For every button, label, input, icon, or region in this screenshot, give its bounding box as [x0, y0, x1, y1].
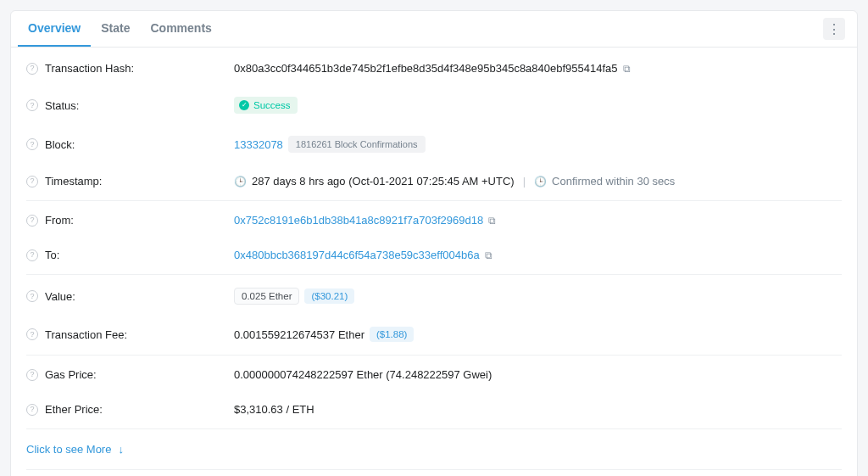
value-eth-pill: 0.025 Ether [234, 288, 299, 305]
status-text: Success [253, 100, 290, 110]
label-fee: Transaction Fee: [45, 328, 127, 341]
row-txhash: ? Transaction Hash: 0x80a3cc0f344651b3de… [26, 51, 842, 86]
to-address-link[interactable]: 0x480bbcb368197d44c6f54a738e59c33eff004b… [234, 249, 480, 261]
row-to: ? To: 0x480bbcb368197d44c6f54a738e59c33e… [26, 238, 842, 272]
copy-icon[interactable]: ⧉ [488, 215, 496, 227]
see-more-label: Click to see More [26, 443, 111, 456]
clock-icon: 🕒 [234, 176, 247, 188]
help-icon[interactable]: ? [26, 138, 38, 150]
check-icon: ✓ [239, 100, 249, 110]
clock-icon: 🕒 [534, 176, 547, 188]
label-block: Block: [45, 138, 75, 151]
gas-text: 0.000000074248222597 Ether (74.248222597… [234, 368, 492, 381]
copy-icon[interactable]: ⧉ [623, 63, 631, 75]
help-icon[interactable]: ? [26, 99, 38, 111]
confirmations-pill: 1816261 Block Confirmations [288, 136, 426, 153]
row-private-note: ? Private Note: Tip: A private note (up … [26, 472, 842, 476]
tab-state[interactable]: State [91, 11, 140, 47]
help-icon[interactable]: ? [26, 63, 38, 75]
help-icon[interactable]: ? [26, 328, 38, 340]
row-fee: ? Transaction Fee: 0.001559212674537 Eth… [26, 316, 842, 353]
help-icon[interactable]: ? [26, 249, 38, 261]
row-from: ? From: 0x752c8191e6b1db38b41a8c8921f7a7… [26, 203, 842, 238]
status-badge: ✓ Success [234, 97, 298, 114]
label-ethprice: Ether Price: [45, 403, 103, 416]
label-from: From: [45, 214, 74, 227]
value-txhash: 0x80a3cc0f344651b3de745b2f1efbe8d35d4f34… [234, 62, 618, 75]
see-more-toggle[interactable]: Click to see More ↓ [26, 431, 842, 468]
label-gas: Gas Price: [45, 368, 97, 381]
divider [26, 274, 842, 275]
tabs-bar: Overview State Comments ⋮ [11, 11, 857, 48]
help-icon[interactable]: ? [26, 369, 38, 381]
row-value: ? Value: 0.025 Ether ($30.21) [26, 277, 842, 316]
separator: | [520, 175, 529, 188]
divider [26, 355, 842, 356]
help-icon[interactable]: ? [26, 404, 38, 416]
label-value: Value: [45, 290, 75, 303]
tab-comments[interactable]: Comments [141, 11, 222, 47]
divider [26, 200, 842, 201]
row-ethprice: ? Ether Price: $3,310.63 / ETH [26, 392, 842, 427]
help-icon[interactable]: ? [26, 176, 38, 188]
label-txhash: Transaction Hash: [45, 62, 134, 75]
tab-overview[interactable]: Overview [18, 11, 91, 47]
chevron-down-icon: ↓ [118, 443, 124, 456]
row-gas: ? Gas Price: 0.000000074248222597 Ether … [26, 357, 842, 392]
help-icon[interactable]: ? [26, 215, 38, 227]
more-menu-button[interactable]: ⋮ [823, 18, 845, 40]
row-block: ? Block: 13332078 1816261 Block Confirma… [26, 125, 842, 164]
help-icon[interactable]: ? [26, 290, 38, 302]
value-usd-pill: ($30.21) [304, 288, 354, 304]
label-to: To: [45, 249, 59, 261]
copy-icon[interactable]: ⧉ [485, 249, 492, 261]
transaction-card: Overview State Comments ⋮ ? Transaction … [10, 10, 858, 476]
vertical-dots-icon: ⋮ [827, 21, 841, 37]
divider [26, 428, 842, 429]
fee-usd-pill: ($1.88) [370, 327, 414, 342]
ethprice-text: $3,310.63 / ETH [234, 403, 314, 416]
label-timestamp: Timestamp: [45, 175, 102, 188]
label-status: Status: [45, 99, 79, 112]
fee-eth-text: 0.001559212674537 Ether [234, 328, 364, 341]
from-address-link[interactable]: 0x752c8191e6b1db38b41a8c8921f7a703f2969d… [234, 214, 483, 227]
overview-panel: ? Transaction Hash: 0x80a3cc0f344651b3de… [11, 48, 857, 476]
row-status: ? Status: ✓ Success [26, 86, 842, 125]
block-link[interactable]: 13332078 [234, 138, 283, 151]
confirmed-within-text: Confirmed within 30 secs [552, 175, 675, 188]
timestamp-text: 287 days 8 hrs ago (Oct-01-2021 07:25:45… [252, 175, 515, 188]
divider [26, 469, 842, 470]
row-timestamp: ? Timestamp: 🕒 287 days 8 hrs ago (Oct-0… [26, 164, 842, 199]
